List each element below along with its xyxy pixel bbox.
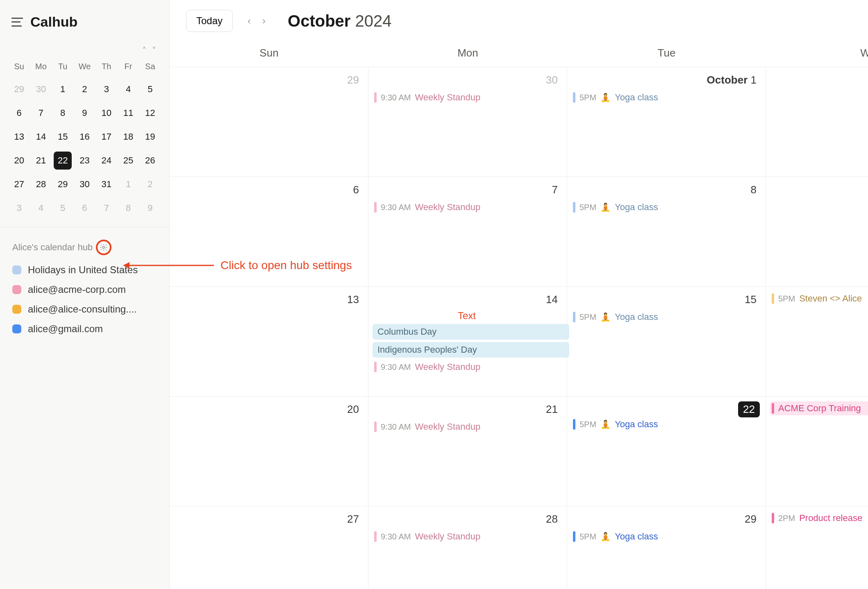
mini-day[interactable]: 14 bbox=[32, 128, 50, 146]
event[interactable]: 5PM🧘Yoga class bbox=[571, 310, 760, 324]
mini-day[interactable]: 11 bbox=[119, 104, 137, 122]
mini-day[interactable]: 4 bbox=[119, 80, 137, 98]
hub-settings-button[interactable] bbox=[96, 240, 111, 255]
mini-day[interactable]: 18 bbox=[119, 128, 137, 146]
mini-day[interactable]: 26 bbox=[141, 152, 159, 170]
mini-day[interactable]: 8 bbox=[54, 104, 72, 122]
day-cell[interactable]: 309:30 AMWeekly Standup bbox=[368, 67, 567, 177]
menu-icon[interactable] bbox=[11, 18, 23, 27]
day-cell[interactable]: 5PMSteven <> Alice bbox=[766, 287, 868, 396]
mini-day[interactable]: 23 bbox=[75, 152, 93, 170]
mini-day[interactable]: 2 bbox=[75, 80, 93, 98]
day-cell[interactable]: October 15PM🧘Yoga class bbox=[567, 67, 766, 177]
mini-day[interactable]: 1 bbox=[119, 175, 137, 193]
day-number: 15 bbox=[571, 292, 760, 310]
day-cell[interactable]: 20 bbox=[170, 396, 368, 506]
mini-day[interactable]: 21 bbox=[32, 152, 50, 170]
event[interactable]: 5PM🧘Yoga class bbox=[571, 91, 760, 104]
day-cell[interactable] bbox=[766, 67, 868, 177]
day-cell[interactable]: 2PMProduct release bbox=[766, 506, 868, 589]
mini-day[interactable]: 3 bbox=[10, 199, 28, 217]
event-time: 9:30 AM bbox=[381, 203, 411, 212]
day-cell[interactable] bbox=[766, 177, 868, 286]
day-cell[interactable]: 155PM🧘Yoga class bbox=[567, 287, 766, 396]
mini-day[interactable]: 7 bbox=[98, 199, 116, 217]
mini-day[interactable]: 6 bbox=[10, 104, 28, 122]
mini-day[interactable]: 30 bbox=[75, 175, 93, 193]
mini-day[interactable]: 25 bbox=[119, 152, 137, 170]
event[interactable]: 9:30 AMWeekly Standup bbox=[373, 200, 561, 214]
event-emoji: 🧘 bbox=[600, 312, 611, 322]
day-cell[interactable]: 289:30 AMWeekly Standup bbox=[368, 506, 567, 589]
event[interactable]: Columbus Day bbox=[373, 324, 569, 340]
mini-day[interactable]: 29 bbox=[54, 175, 72, 193]
mini-day[interactable]: 16 bbox=[75, 128, 93, 146]
mini-day[interactable]: 28 bbox=[32, 175, 50, 193]
event[interactable]: 9:30 AMWeekly Standup bbox=[373, 530, 561, 544]
mini-day[interactable]: 31 bbox=[98, 175, 116, 193]
mini-day[interactable]: 1 bbox=[54, 80, 72, 98]
mini-day[interactable]: 4 bbox=[32, 199, 50, 217]
day-cell[interactable]: 225PM🧘Yoga class bbox=[567, 396, 766, 506]
today-button[interactable]: Today bbox=[186, 10, 233, 32]
event[interactable]: 9:30 AMWeekly Standup bbox=[373, 91, 561, 104]
event[interactable]: 5PM🧘Yoga class bbox=[571, 200, 760, 214]
event-emoji: 🧘 bbox=[600, 93, 611, 102]
prev-month-icon[interactable]: ‹ bbox=[243, 13, 255, 29]
mini-day[interactable]: 13 bbox=[10, 128, 28, 146]
day-cell[interactable]: 27 bbox=[170, 506, 368, 589]
mini-day[interactable]: 17 bbox=[98, 128, 116, 146]
mini-day[interactable]: 30 bbox=[32, 80, 50, 98]
calendar-item[interactable]: alice@acme-corp.com bbox=[12, 284, 157, 295]
mini-day[interactable]: 19 bbox=[141, 128, 159, 146]
mini-day[interactable]: 8 bbox=[119, 199, 137, 217]
day-cell[interactable]: 6 bbox=[170, 177, 368, 286]
day-cell[interactable]: 13 bbox=[170, 287, 368, 396]
event[interactable]: 5PMSteven <> Alice bbox=[770, 292, 868, 306]
event[interactable]: 5PM🧘Yoga class bbox=[571, 417, 760, 431]
mini-day[interactable]: 10 bbox=[98, 104, 116, 122]
mini-day[interactable]: 24 bbox=[98, 152, 116, 170]
mini-day[interactable]: 5 bbox=[54, 199, 72, 217]
mini-day[interactable]: 27 bbox=[10, 175, 28, 193]
mini-day[interactable]: 6 bbox=[75, 199, 93, 217]
event-title: Columbus Day bbox=[377, 326, 436, 337]
day-cell[interactable]: 85PM🧘Yoga class bbox=[567, 177, 766, 286]
day-cell[interactable]: 29 bbox=[170, 67, 368, 177]
mini-day[interactable]: 20 bbox=[10, 152, 28, 170]
calendar-item[interactable]: alice@gmail.com bbox=[12, 323, 157, 335]
event[interactable]: Indigenous Peoples' Day bbox=[373, 342, 569, 358]
event-time: 9:30 AM bbox=[381, 93, 411, 102]
event-time: 9:30 AM bbox=[381, 422, 411, 432]
hub-section: Alice's calendar hub bbox=[0, 227, 169, 259]
calendar-item[interactable]: alice@alice-consulting.... bbox=[12, 304, 157, 315]
mini-day[interactable]: 7 bbox=[32, 104, 50, 122]
mini-day[interactable]: 9 bbox=[75, 104, 93, 122]
mini-day[interactable]: 5 bbox=[141, 80, 159, 98]
week-row: 1314TextColumbus DayIndigenous Peoples' … bbox=[170, 286, 868, 396]
day-cell[interactable]: 219:30 AMWeekly Standup bbox=[368, 396, 567, 506]
mini-day[interactable]: 29 bbox=[10, 80, 28, 98]
mini-day[interactable]: 15 bbox=[54, 128, 72, 146]
day-cell[interactable]: ACME Corp Training bbox=[766, 396, 868, 506]
next-month-icon[interactable]: › bbox=[258, 13, 270, 29]
mini-day[interactable]: 3 bbox=[98, 80, 116, 98]
event[interactable]: 9:30 AMWeekly Standup bbox=[373, 420, 561, 434]
event[interactable]: 5PM🧘Yoga class bbox=[571, 530, 760, 544]
event[interactable]: 9:30 AMWeekly Standup bbox=[373, 360, 561, 374]
mini-day[interactable]: 22 bbox=[54, 152, 72, 170]
event[interactable]: ACME Corp Training bbox=[770, 401, 868, 415]
day-cell[interactable]: 14TextColumbus DayIndigenous Peoples' Da… bbox=[368, 287, 567, 396]
mini-day[interactable]: 12 bbox=[141, 104, 159, 122]
calendar-item[interactable]: Holidays in United States bbox=[12, 264, 157, 276]
hub-label: Alice's calendar hub bbox=[12, 242, 93, 253]
mini-prev-icon[interactable]: ˄ bbox=[142, 45, 146, 55]
day-number: 21 bbox=[373, 401, 561, 420]
day-cell[interactable]: 79:30 AMWeekly Standup bbox=[368, 177, 567, 286]
mini-day[interactable]: 9 bbox=[141, 199, 159, 217]
event-emoji: 🧘 bbox=[600, 202, 611, 212]
event[interactable]: 2PMProduct release bbox=[770, 511, 868, 525]
day-cell[interactable]: 295PM🧘Yoga class bbox=[567, 506, 766, 589]
mini-day[interactable]: 2 bbox=[141, 175, 159, 193]
mini-next-icon[interactable]: ˅ bbox=[152, 45, 156, 55]
